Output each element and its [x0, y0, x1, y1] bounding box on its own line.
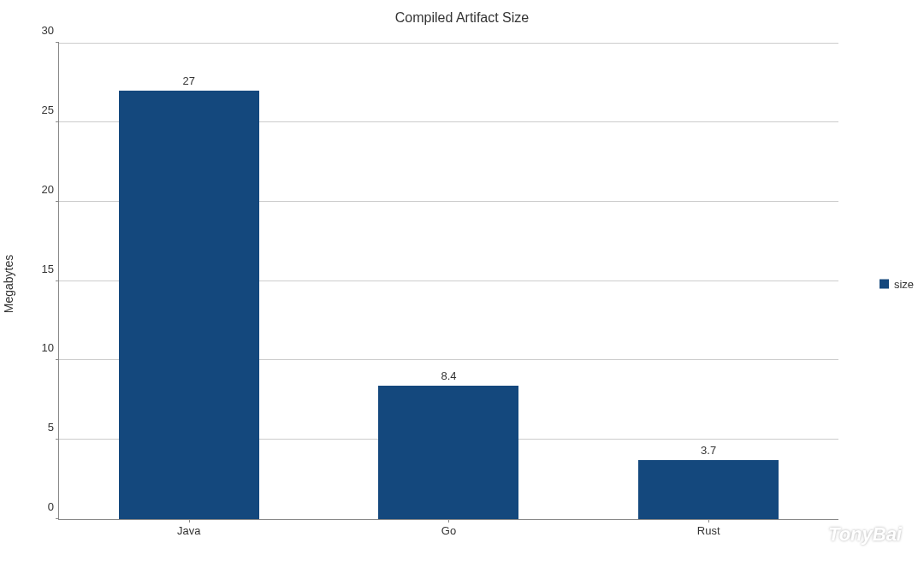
y-tick-30: 30	[42, 24, 59, 37]
watermark: TonyBai	[799, 523, 902, 546]
bar-label-go: 8.4	[441, 369, 456, 386]
legend-label: size	[894, 277, 914, 290]
bar-slot-java: 27 Java	[59, 43, 319, 519]
y-tick-15: 15	[42, 262, 59, 275]
chat-icon	[799, 523, 823, 546]
y-tick-25: 25	[42, 103, 59, 115]
bar-label-java: 27	[183, 74, 195, 91]
y-tick-0: 0	[48, 500, 59, 513]
y-axis-label: Megabytes	[2, 254, 15, 312]
bar-label-rust: 3.7	[701, 444, 716, 460]
y-tick-5: 5	[48, 421, 59, 434]
legend-swatch	[880, 279, 889, 288]
y-tick-20: 20	[42, 182, 59, 195]
x-tick-rust: Rust	[697, 519, 720, 537]
watermark-text: TonyBai	[828, 523, 902, 546]
plot-area: 0 5 10 15 20 25 30 27 Java 8.4 Go 3.7	[58, 43, 838, 520]
chart-container: Compiled Artifact Size Megabytes 0 5 10 …	[0, 0, 924, 567]
bar-java: 27	[119, 91, 259, 519]
bar-slot-go: 8.4 Go	[319, 43, 579, 519]
y-tick-10: 10	[42, 341, 59, 354]
bar-rust: 3.7	[638, 460, 779, 519]
chart-title: Compiled Artifact Size	[0, 10, 924, 26]
x-tick-go: Go	[441, 519, 456, 537]
legend: size	[880, 277, 914, 290]
bar-slot-rust: 3.7 Rust	[578, 43, 838, 519]
x-tick-java: Java	[177, 519, 200, 537]
bar-go: 8.4	[379, 386, 519, 519]
